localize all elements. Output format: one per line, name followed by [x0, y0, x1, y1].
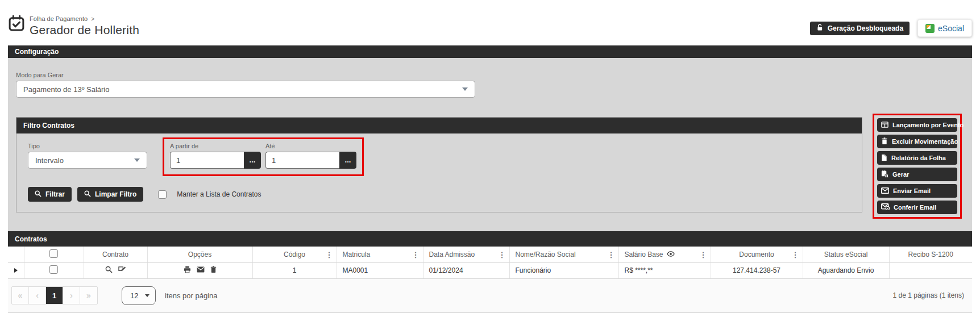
breadcrumb: Folha de Pagamento > [30, 15, 139, 22]
mode-select[interactable]: Pagamento de 13º Salário [16, 81, 475, 98]
contrato-cell [84, 262, 147, 278]
expand-row-icon[interactable] [14, 268, 18, 273]
pagination-bar: « ‹ 1 › » 12 itens por página 1 de 1 pág… [8, 279, 972, 313]
column-header-status-esocial: Status eSocial [803, 247, 889, 262]
config-section-title: Configuração [15, 48, 59, 56]
current-page-button[interactable]: 1 [46, 287, 63, 304]
mail-icon [881, 187, 889, 195]
visibility-eye-icon[interactable] [667, 251, 675, 258]
column-header-opcoes: Opções [147, 247, 252, 262]
limpar-filtro-button[interactable]: Limpar Filtro [77, 187, 143, 202]
conferir-email-button[interactable]: Conferir Email [877, 201, 957, 214]
filtrar-button[interactable]: Filtrar [28, 187, 72, 202]
codigo-cell: 1 [252, 262, 337, 278]
contracts-section: Contratos Contrato Opções Código⋮ Matric… [8, 231, 972, 313]
from-group: A partir de ... [170, 143, 261, 169]
pagination-summary: 1 de 1 páginas (1 itens) [893, 291, 964, 299]
data-admissao-cell: 01/12/2024 [423, 262, 509, 278]
chevron-down-icon [145, 294, 150, 297]
last-page-button[interactable]: » [80, 287, 97, 304]
edit-contract-icon[interactable] [118, 266, 126, 273]
first-page-button[interactable]: « [12, 287, 29, 304]
delete-icon[interactable] [210, 266, 217, 273]
select-all-checkbox[interactable] [49, 249, 58, 258]
view-contract-icon[interactable] [105, 266, 113, 273]
esocial-button[interactable]: eSocial [917, 19, 972, 37]
generation-unlocked-button[interactable]: Geração Desbloqueada [810, 22, 910, 35]
esocial-logo-icon [925, 24, 935, 33]
filter-actions: Filtrar Limpar Filtro Manter a Lista de … [28, 187, 850, 202]
print-icon[interactable] [184, 266, 191, 273]
action-label: Gerar [892, 171, 909, 178]
documento-cell: 127.414.238-57 [711, 262, 803, 278]
column-menu-icon[interactable]: ⋮ [792, 250, 799, 258]
row-checkbox[interactable] [49, 265, 58, 274]
enviar-email-button[interactable]: Enviar Email [877, 184, 957, 198]
chevron-down-icon [462, 87, 468, 91]
config-section: Configuração Modo para Gerar Pagamento d… [8, 45, 972, 231]
gerar-button[interactable]: Gerar [877, 168, 957, 181]
generation-unlocked-label: Geração Desbloqueada [828, 24, 903, 32]
expand-column-header [8, 247, 24, 262]
mode-select-value: Pagamento de 13º Salário [23, 85, 109, 94]
expand-cell [8, 262, 24, 278]
column-header-documento: Documento⋮ [711, 247, 803, 262]
column-label: Data Admissão [429, 251, 475, 258]
titles: Folha de Pagamento > Gerador de Hollerit… [30, 15, 139, 37]
column-menu-icon[interactable]: ⋮ [412, 250, 420, 258]
column-menu-icon[interactable]: ⋮ [326, 250, 333, 258]
contracts-section-header: Contratos [8, 231, 972, 247]
search-icon [84, 190, 91, 199]
mail-check-icon [881, 203, 890, 211]
action-label: Lançamento por Evento [892, 122, 964, 128]
column-label: Contrato [102, 251, 128, 258]
breadcrumb-link[interactable]: Folha de Pagamento [30, 15, 88, 22]
excluir-movimentacao-button[interactable]: Excluir Movimentação [877, 135, 957, 148]
filter-panel-title: Filtro Contratos [23, 122, 74, 130]
column-menu-icon[interactable]: ⋮ [608, 250, 615, 258]
column-header-nome: Nome/Razão Social⋮ [509, 247, 618, 262]
page-size-select[interactable]: 12 [122, 286, 156, 305]
to-input[interactable] [265, 152, 339, 169]
report-icon [881, 154, 887, 162]
lancamento-por-evento-button[interactable]: Lançamento por Evento [877, 118, 957, 132]
to-more-button[interactable]: ... [339, 152, 356, 169]
column-menu-icon[interactable]: ⋮ [499, 250, 506, 258]
filter-row: Filtro Contratos Tipo Intervalo [16, 117, 962, 219]
tipo-label: Tipo [28, 143, 147, 149]
to-label: Até [265, 143, 356, 149]
action-label: Excluir Movimentação [892, 138, 958, 145]
column-header-data-admissao: Data Admissão⋮ [423, 247, 509, 262]
select-all-header [24, 247, 84, 262]
limpar-filtro-label: Limpar Filtro [95, 190, 136, 198]
column-menu-icon[interactable]: ⋮ [700, 250, 707, 258]
column-header-recibo: Recibo S-1200 [889, 247, 972, 262]
email-icon[interactable] [197, 266, 205, 273]
select-cell [24, 262, 84, 278]
from-label: A partir de [170, 143, 261, 149]
breadcrumb-chevron-icon: > [91, 16, 94, 22]
action-label: Enviar Email [893, 187, 931, 194]
mode-label: Modo para Gerar [16, 72, 962, 78]
tipo-select[interactable]: Intervalo [28, 152, 147, 169]
tipo-group: Tipo Intervalo [28, 143, 147, 169]
column-label: Status eSocial [824, 251, 868, 258]
table-icon [881, 121, 888, 130]
prev-page-button[interactable]: ‹ [29, 287, 46, 304]
relatorio-da-folha-button[interactable]: Relatório da Folha [877, 151, 957, 165]
config-section-body: Modo para Gerar Pagamento de 13º Salário… [8, 58, 972, 231]
range-highlight-box: A partir de ... Até [163, 137, 364, 176]
tipo-select-value: Intervalo [35, 156, 64, 165]
contracts-table: Contrato Opções Código⋮ Matricula⋮ Data … [8, 247, 972, 279]
page-size-value: 12 [130, 291, 138, 300]
search-icon [35, 190, 41, 199]
next-page-button[interactable]: › [63, 287, 80, 304]
from-more-button[interactable]: ... [244, 152, 261, 169]
generate-icon [881, 170, 888, 179]
column-label: Documento [739, 251, 774, 258]
from-input[interactable] [170, 152, 244, 169]
keep-list-checkbox[interactable] [158, 190, 167, 199]
status-esocial-cell: Aguardando Envio [803, 262, 889, 278]
column-label: Opções [188, 251, 211, 258]
top-header: Folha de Pagamento > Gerador de Hollerit… [0, 0, 980, 45]
